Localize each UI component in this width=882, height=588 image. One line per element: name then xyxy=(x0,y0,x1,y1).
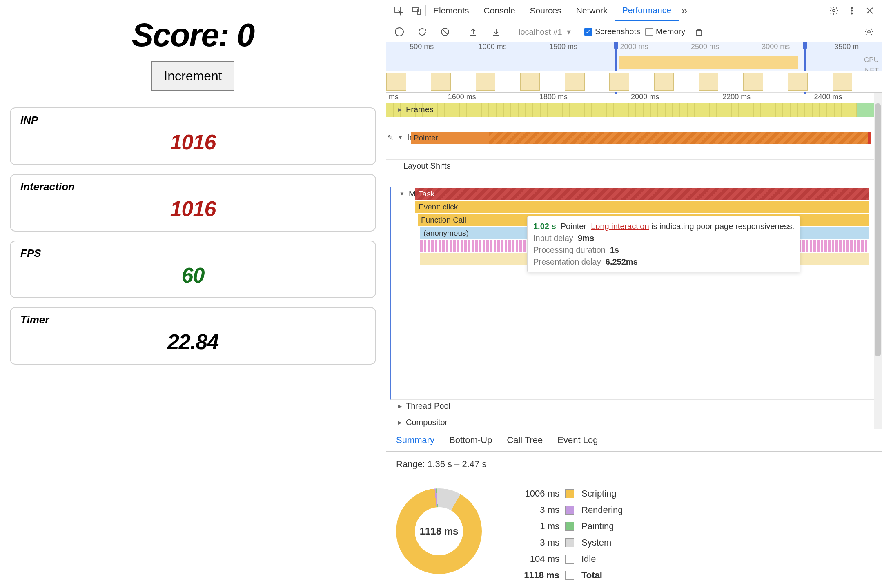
devtools-panel: Elements Console Sources Network Perform… xyxy=(386,0,882,588)
metric-card-interaction: Interaction 1016 xyxy=(10,174,376,232)
perf-toolbar: localhost #1 ▾ ✓Screenshots Memory xyxy=(386,21,882,42)
summary-tabbar: Summary Bottom-Up Call Tree Event Log xyxy=(386,429,882,452)
svg-point-3 xyxy=(833,9,835,12)
settings-gear-icon[interactable] xyxy=(828,5,840,16)
demo-app: Score: 0 Increment INP 1016 Interaction … xyxy=(0,0,386,588)
metric-label: FPS xyxy=(20,247,365,260)
inspect-icon[interactable] xyxy=(393,5,404,16)
swatch-rendering-icon xyxy=(565,506,574,514)
tab-summary[interactable]: Summary xyxy=(396,435,434,445)
swatch-idle-icon xyxy=(565,555,574,564)
metric-card-fps: FPS 60 xyxy=(10,241,376,298)
track-threadpool[interactable]: Thread Pool xyxy=(406,401,450,411)
flame-scrollbar[interactable] xyxy=(874,93,882,429)
metric-value: 1016 xyxy=(20,130,365,154)
metric-value: 22.84 xyxy=(20,330,365,354)
interaction-pointer-bar[interactable] xyxy=(411,132,870,144)
gc-icon[interactable] xyxy=(693,26,705,38)
upload-icon[interactable] xyxy=(468,26,479,38)
increment-button[interactable]: Increment xyxy=(151,61,234,91)
summary-donut: 1118 ms xyxy=(396,488,482,574)
track-frames[interactable]: Frames xyxy=(406,105,434,114)
summary-legend: 1006 msScripting 3 msRendering 1 msPaint… xyxy=(510,488,623,581)
metric-card-timer: Timer 22.84 xyxy=(10,307,376,365)
metric-card-inp: INP 1016 xyxy=(10,107,376,165)
overview-timeline[interactable]: 500 ms 1000 ms 1500 ms 2000 ms 2500 ms 3… xyxy=(386,42,882,93)
svg-point-8 xyxy=(868,31,870,33)
summary-range: Range: 1.36 s – 2.47 s xyxy=(396,459,872,470)
tab-event-log[interactable]: Event Log xyxy=(557,435,598,445)
long-interaction-link[interactable]: Long interaction xyxy=(591,222,649,231)
memory-checkbox[interactable]: Memory xyxy=(645,27,685,36)
settings-gear-icon[interactable] xyxy=(863,26,875,38)
profile-select[interactable]: localhost #1 ▾ xyxy=(515,27,574,37)
swatch-scripting-icon xyxy=(565,489,574,498)
stack-task[interactable]: Task xyxy=(415,188,869,200)
tab-bottom-up[interactable]: Bottom-Up xyxy=(449,435,492,445)
metric-value: 60 xyxy=(20,263,365,287)
track-compositor[interactable]: Compositor xyxy=(406,418,448,427)
tab-sources[interactable]: Sources xyxy=(523,0,569,21)
flamechart[interactable]: ms 1600 ms 1800 ms 2000 ms 2200 ms 2400 … xyxy=(386,93,882,429)
swatch-painting-icon xyxy=(565,522,574,531)
swatch-system-icon xyxy=(565,538,574,547)
overview-cpu-block xyxy=(619,56,798,69)
device-toggle-icon[interactable] xyxy=(411,5,422,16)
tab-call-tree[interactable]: Call Tree xyxy=(507,435,543,445)
reload-record-icon[interactable] xyxy=(416,26,428,38)
metric-label: Interaction xyxy=(20,180,365,193)
tabs-overflow-icon[interactable]: » xyxy=(681,4,688,17)
interaction-tooltip: 1.02 s Pointer Long interaction is indic… xyxy=(527,216,800,272)
score-display: Score: 0 xyxy=(10,16,376,54)
record-icon[interactable] xyxy=(394,26,405,38)
svg-point-5 xyxy=(851,10,852,11)
metric-label: Timer xyxy=(20,314,365,326)
clear-icon[interactable] xyxy=(439,26,451,38)
metric-label: INP xyxy=(20,114,365,127)
track-layout-shifts[interactable]: Layout Shifts xyxy=(403,161,451,171)
svg-point-4 xyxy=(851,7,852,8)
devtools-tabbar: Elements Console Sources Network Perform… xyxy=(386,0,882,21)
tab-console[interactable]: Console xyxy=(477,0,523,21)
stack-event[interactable]: Event: click xyxy=(415,201,869,213)
tab-performance[interactable]: Performance xyxy=(615,0,679,21)
metric-value: 1016 xyxy=(20,196,365,221)
svg-point-6 xyxy=(851,13,852,14)
tab-elements[interactable]: Elements xyxy=(426,0,477,21)
download-icon[interactable] xyxy=(490,26,502,38)
close-icon[interactable] xyxy=(864,5,875,16)
tab-network[interactable]: Network xyxy=(569,0,615,21)
summary-panel: Range: 1.36 s – 2.47 s 1118 ms 1006 msSc… xyxy=(386,452,882,588)
kebab-menu-icon[interactable] xyxy=(846,5,858,16)
swatch-total-icon xyxy=(565,571,574,580)
screenshots-checkbox[interactable]: ✓Screenshots xyxy=(584,27,640,36)
